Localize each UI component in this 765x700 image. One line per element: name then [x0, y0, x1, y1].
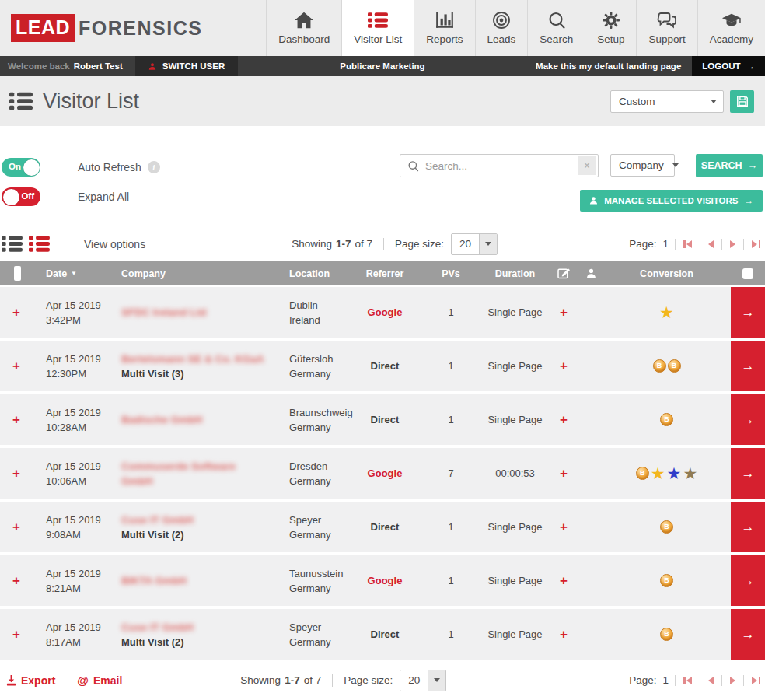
header-location[interactable]: Location [284, 268, 350, 279]
nav-item-support[interactable]: Support [636, 0, 697, 56]
add-note-button[interactable]: + [560, 627, 568, 642]
pagination-prev-button[interactable] [707, 239, 715, 250]
info-icon[interactable]: i [148, 161, 160, 173]
nav-item-visitor-list[interactable]: Visitor List [341, 0, 414, 56]
company-name-blurred[interactable]: Cuse IT GmbH [121, 620, 284, 635]
open-visitor-button[interactable]: → [731, 502, 765, 552]
header-conversion[interactable]: Conversion [603, 268, 731, 279]
open-visitor-button[interactable]: → [731, 448, 765, 499]
nav-item-search[interactable]: Search [527, 0, 585, 56]
row-referrer: Direct [371, 628, 400, 640]
expand-row-button[interactable]: + [12, 359, 20, 373]
row-referrer: Direct [371, 521, 400, 533]
showing-of: of 7 [355, 238, 372, 250]
row-conversions: B [603, 574, 731, 587]
chevron-down-icon[interactable] [672, 155, 679, 176]
location-cell: Speyer Germany [284, 513, 350, 542]
auto-refresh-toggle[interactable]: On [2, 158, 40, 177]
auto-refresh-label: Auto Refresh [78, 161, 141, 173]
page-size-select[interactable]: 20 [451, 233, 498, 255]
add-note-button[interactable]: + [560, 573, 568, 588]
coin-icon: B [668, 359, 681, 373]
row-city: Speyer [289, 513, 350, 527]
email-link[interactable]: @ Email [77, 674, 122, 687]
target-icon [491, 11, 512, 30]
header-pvs[interactable]: PVs [420, 268, 482, 279]
open-visitor-button[interactable]: → [731, 394, 765, 445]
pagination-next-button[interactable] [728, 239, 737, 250]
add-note-button[interactable]: + [560, 466, 568, 481]
company-name-blurred[interactable]: Badische GmbH [121, 412, 284, 427]
pagination-prev-button[interactable] [707, 675, 715, 686]
pagination-last-button[interactable] [750, 239, 762, 250]
row-time: 10:06AM [46, 474, 117, 488]
manage-selected-visitors-button[interactable]: MANAGE SELECTED VISITORS → [580, 190, 763, 212]
open-visitor-button[interactable]: → [731, 609, 765, 660]
detail-view-icon[interactable] [29, 235, 50, 253]
chevron-down-icon[interactable] [704, 91, 723, 112]
expand-row-button[interactable]: + [12, 573, 20, 588]
view-options-link[interactable]: View options [84, 238, 145, 250]
location-cell: Braunschweig Germany [284, 405, 350, 435]
search-input[interactable] [425, 160, 576, 172]
company-name-blurred[interactable]: SFDC Ireland Ltd [121, 305, 284, 320]
search-category-select[interactable]: Company [610, 154, 675, 177]
divider [675, 239, 676, 250]
open-visitor-button[interactable]: → [731, 287, 765, 338]
chevron-down-icon[interactable] [479, 234, 497, 254]
open-visitor-button[interactable]: → [731, 555, 765, 606]
company-name-blurred[interactable]: Bertelsmann SE & Co. KGaA [121, 352, 284, 366]
logout-button[interactable]: LOGOUT → [692, 56, 765, 76]
export-link[interactable]: Export [6, 674, 55, 687]
add-note-button[interactable]: + [560, 520, 568, 534]
open-visitor-button[interactable]: → [731, 341, 765, 391]
expand-row-button[interactable]: + [12, 466, 20, 481]
clear-search-button[interactable]: × [578, 156, 596, 175]
pagination-next-button[interactable] [728, 675, 737, 686]
company-name-blurred[interactable]: Commuserde Software [121, 459, 284, 474]
add-note-button[interactable]: + [560, 412, 568, 427]
switch-user-button[interactable]: SWITCH USER [135, 56, 239, 76]
page-size-select[interactable]: 20 [400, 670, 446, 691]
top-nav-bar: LEAD FORENSICS Dashboard Visitor List Re… [0, 0, 765, 56]
chevron-down-icon[interactable] [428, 670, 445, 691]
star-gold-icon: ★ [651, 465, 665, 481]
company-cell: SFDC Ireland Ltd [117, 305, 284, 320]
nav-item-leads[interactable]: Leads [475, 0, 528, 56]
add-note-button[interactable]: + [560, 359, 568, 373]
table-row: + Apr 15 2019 12:30PM Bertelsmann SE & C… [0, 341, 765, 391]
expand-all-toggle[interactable]: Off [2, 187, 40, 206]
save-view-button[interactable] [730, 90, 754, 113]
header-expand-col [0, 266, 33, 281]
coin-icon: B [653, 359, 666, 373]
add-note-button[interactable]: + [560, 305, 568, 320]
expand-row-button[interactable]: + [12, 305, 20, 320]
header-duration[interactable]: Duration [482, 268, 548, 279]
star-bronze-icon: ★ [683, 465, 697, 481]
search-button[interactable]: SEARCH → [696, 154, 763, 177]
date-cell: Apr 15 2019 12:30PM [33, 352, 117, 381]
pagination-first-button[interactable] [682, 675, 693, 686]
nav-item-dashboard[interactable]: Dashboard [266, 0, 341, 56]
company-name-blurred[interactable]: BIKTA GmbH [121, 573, 284, 588]
expand-row-button[interactable]: + [12, 412, 20, 427]
company-name-blurred[interactable]: Cuse IT GmbH [121, 513, 284, 527]
list-view-icon[interactable] [2, 235, 23, 253]
row-pvs: 1 [420, 305, 482, 320]
main-nav: Dashboard Visitor List Reports Leads Sea… [266, 0, 765, 56]
default-landing-link[interactable]: Make this my default landing page [536, 56, 681, 76]
multi-visit-label: Multi Visit (2) [121, 527, 284, 542]
nav-item-reports[interactable]: Reports [414, 0, 474, 56]
search-icon [547, 11, 567, 30]
saved-view-select[interactable]: Custom [610, 90, 724, 113]
header-date[interactable]: Date ▼ [33, 268, 117, 279]
pagination-last-button[interactable] [750, 675, 762, 686]
expand-row-button[interactable]: + [12, 627, 20, 642]
nav-item-setup[interactable]: Setup [585, 0, 636, 56]
header-company[interactable]: Company [117, 268, 284, 279]
expand-row-button[interactable]: + [12, 520, 20, 534]
select-all-checkbox[interactable] [742, 268, 753, 279]
nav-item-academy[interactable]: Academy [697, 0, 765, 56]
pagination-first-button[interactable] [682, 239, 693, 250]
header-referrer[interactable]: Referrer [350, 268, 420, 279]
